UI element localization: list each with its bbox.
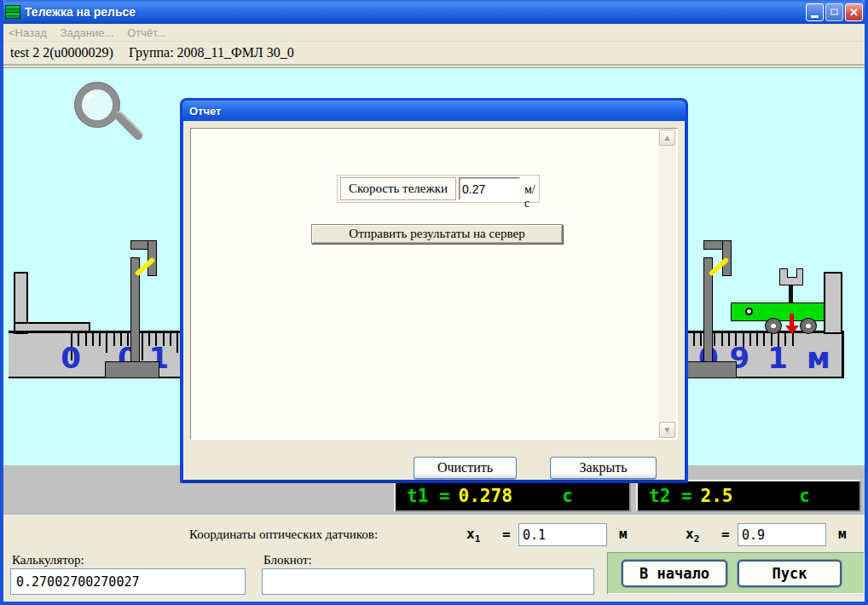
cart-marker-arrowhead [785, 326, 799, 334]
left-end-stop-ledge [14, 322, 90, 332]
t2-label: t2 = [649, 486, 692, 506]
speed-unit: м/с [524, 183, 539, 210]
notepad-input[interactable] [262, 568, 594, 595]
sensor-coordinates-row: Координаты оптических датчиков: x1 = м x… [3, 520, 865, 552]
calculator-input[interactable] [10, 568, 246, 595]
x1-variable: x1 [466, 526, 480, 544]
x2-variable: x2 [686, 526, 699, 544]
scroll-up-icon[interactable]: ▲ [659, 130, 675, 146]
timer-display-t2: t2 = 2.5 c [636, 480, 861, 512]
ruler-tick [176, 333, 178, 353]
info-bar: test 2 2(u0000029) Группа: 2008_11_ФМЛ 3… [3, 42, 865, 66]
cart-wheel-left [765, 318, 782, 334]
report-dialog-title: Отчет [189, 105, 221, 118]
window-title: Тележка на рельсе [25, 5, 136, 19]
ruler-tick [763, 333, 765, 346]
sensor-coordinates-label: Координаты оптических датчиков: [189, 527, 378, 542]
menu-item-task[interactable]: Задание... [61, 26, 113, 39]
clear-button[interactable]: Очистить [414, 457, 517, 479]
ruler-tick [749, 333, 751, 346]
ruler-tick [106, 333, 107, 353]
control-panel: В начало Пуск [607, 552, 865, 594]
start-button[interactable]: Пуск [738, 560, 842, 587]
send-results-button[interactable]: Отправить результаты на сервер [311, 224, 563, 244]
speed-label: Скорость тележки [340, 177, 456, 200]
cart-marker-arrow [790, 314, 794, 326]
ruler-tick [792, 333, 794, 346]
t2-unit: c [799, 486, 810, 506]
x2-unit: м [838, 526, 847, 542]
ruler-tick [170, 333, 171, 346]
t1-value: 0.278 [459, 486, 512, 506]
notepad-label: Блокнот: [263, 553, 312, 568]
magnifier-handle [113, 110, 144, 141]
app-window: Тележка на рельсе ✕ <Назад Задание... От… [0, 0, 868, 605]
report-dialog: Отчет Скорость тележки м/с Отправить рез… [180, 98, 688, 483]
report-content-panel: Скорость тележки м/с Отправить результат… [190, 128, 678, 440]
x2-equals: = [721, 526, 730, 542]
minimize-button[interactable] [806, 3, 824, 21]
x1-unit: м [619, 526, 628, 542]
scroll-down-icon[interactable]: ▼ [659, 422, 675, 438]
close-icon[interactable]: ✕ [845, 3, 863, 21]
x1-equals: = [502, 526, 511, 542]
cart-hook-icon [745, 308, 753, 315]
right-end-stop [824, 272, 842, 334]
optical-gate-1-pedestal [105, 361, 159, 378]
restart-button[interactable]: В начало [622, 560, 727, 587]
speed-field-group: Скорость тележки м/с [337, 175, 540, 203]
user-id: test 2 2(u0000029) [10, 45, 113, 60]
scrollbar[interactable]: ▲ ▼ [658, 130, 676, 438]
maximize-button[interactable] [825, 3, 843, 21]
ruler-tick [92, 333, 94, 346]
x2-input[interactable] [738, 523, 826, 546]
ruler-tick [99, 333, 101, 346]
ruler-tick [85, 333, 87, 346]
ruler-label: м [807, 341, 830, 375]
ruler-label: 0 [61, 341, 81, 375]
speed-input[interactable] [459, 177, 520, 200]
t1-label: t1 = [407, 486, 450, 506]
x1-input[interactable] [518, 523, 607, 546]
optical-gate-2-pedestal [684, 361, 737, 378]
timer-display-t1: t1 = 0.278 c [394, 480, 631, 512]
close-button[interactable]: Закрыть [550, 457, 657, 479]
cart-holder-stem [789, 285, 793, 303]
ruler-label: 1 [767, 341, 788, 375]
app-icon [5, 5, 20, 19]
ruler-tick [113, 333, 115, 346]
menu-item-back[interactable]: <Назад [9, 26, 47, 39]
t1-unit: c [562, 486, 573, 506]
cart-wheel-right [800, 318, 817, 334]
cart-holder-fork [779, 268, 803, 285]
title-bar: Тележка на рельсе ✕ [0, 0, 868, 24]
ruler-tick [693, 333, 695, 346]
menu-item-report[interactable]: Отчёт... [127, 26, 165, 39]
calculator-label: Калькулятор: [12, 553, 84, 568]
magnifier-icon[interactable] [75, 83, 119, 127]
report-dialog-titlebar: Отчет [182, 101, 686, 121]
t2-value: 2.5 [701, 486, 733, 506]
ruler-tick [756, 333, 758, 346]
bottom-row: Калькулятор: Блокнот: В начало Пуск [3, 552, 865, 599]
menu-bar: <Назад Задание... Отчёт... [3, 24, 865, 42]
group-name: Группа: 2008_11_ФМЛ 30_0 [129, 45, 294, 60]
